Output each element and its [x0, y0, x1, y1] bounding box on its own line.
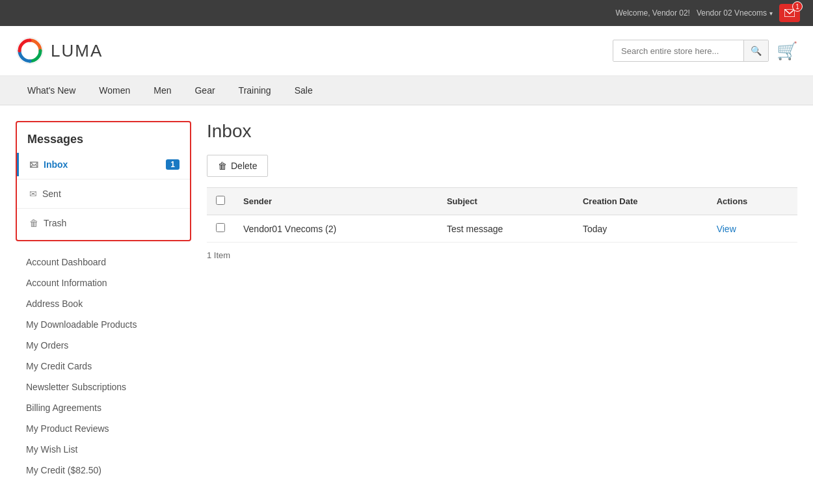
- col-checkbox: [207, 188, 234, 215]
- trash-menu-item[interactable]: 🗑 Trash: [17, 211, 190, 235]
- sidebar-item-credit[interactable]: My Credit ($82.50): [16, 460, 191, 481]
- inbox-menu-item[interactable]: 🖂 Inbox 1: [17, 153, 190, 176]
- header: LUMA 🔍 🛒: [0, 26, 813, 76]
- col-subject: Subject: [438, 188, 574, 215]
- logo-text: LUMA: [51, 41, 103, 61]
- row-checkbox[interactable]: [207, 215, 234, 243]
- sidebar-item-account-dashboard[interactable]: Account Dashboard: [16, 252, 191, 272]
- row-select-checkbox[interactable]: [216, 223, 225, 232]
- main-layout: Messages 🖂 Inbox 1 ✉ Sent 🗑 Trash: [0, 105, 813, 501]
- divider: [17, 179, 190, 179]
- col-sender: Sender: [234, 188, 438, 215]
- message-badge: 1: [792, 1, 803, 12]
- sidebar-item-newsletter[interactable]: Newsletter Subscriptions: [16, 377, 191, 397]
- nav-item-training[interactable]: Training: [227, 76, 283, 105]
- main-nav: What's New Women Men Gear Training Sale: [0, 76, 813, 105]
- search-input[interactable]: [613, 41, 743, 61]
- account-nav: Account Dashboard Account Information Ad…: [16, 246, 191, 486]
- inbox-badge: 1: [166, 159, 180, 170]
- message-icon-button[interactable]: 1: [779, 4, 800, 22]
- sidebar: Messages 🖂 Inbox 1 ✉ Sent 🗑 Trash: [16, 121, 191, 486]
- inbox-label: Inbox: [44, 159, 68, 170]
- content-area: Inbox 🗑 Delete Sender Subject Creation D…: [207, 121, 797, 486]
- nav-item-gear[interactable]: Gear: [183, 76, 226, 105]
- welcome-text: Welcome, Vendor 02!: [615, 8, 690, 18]
- sidebar-item-downloadable-products[interactable]: My Downloadable Products: [16, 314, 191, 335]
- col-actions: Actions: [708, 188, 797, 215]
- inbox-icon: 🖂: [29, 159, 38, 170]
- delete-button[interactable]: 🗑 Delete: [207, 155, 268, 177]
- row-date: Today: [574, 215, 708, 243]
- vendor-menu[interactable]: Vendor 02 Vnecoms ▾: [697, 8, 773, 18]
- trash-label: Trash: [44, 218, 66, 228]
- page-title: Inbox: [207, 121, 797, 142]
- chevron-down-icon: ▾: [769, 10, 773, 17]
- messages-title: Messages: [17, 133, 190, 153]
- view-link[interactable]: View: [717, 224, 736, 234]
- search-bar: 🔍: [613, 40, 769, 62]
- sidebar-item-product-reviews[interactable]: My Product Reviews: [16, 418, 191, 439]
- nav-item-whats-new[interactable]: What's New: [16, 76, 87, 105]
- sidebar-item-my-orders[interactable]: My Orders: [16, 335, 191, 356]
- nav-item-women[interactable]: Women: [87, 76, 142, 105]
- table-row: Vendor01 Vnecoms (2) Test message Today …: [207, 215, 797, 243]
- sent-menu-item[interactable]: ✉ Sent: [17, 182, 190, 206]
- sidebar-item-credit-cards[interactable]: My Credit Cards: [16, 356, 191, 377]
- trash-btn-icon: 🗑: [218, 161, 227, 171]
- row-subject: Test message: [438, 215, 574, 243]
- select-all-checkbox[interactable]: [216, 196, 225, 205]
- item-count: 1 Item: [207, 250, 797, 260]
- messages-box: Messages 🖂 Inbox 1 ✉ Sent 🗑 Trash: [16, 121, 191, 241]
- sidebar-item-billing-agreements[interactable]: Billing Agreements: [16, 397, 191, 418]
- sent-label: Sent: [42, 189, 61, 199]
- top-bar: Welcome, Vendor 02! Vendor 02 Vnecoms ▾ …: [0, 0, 813, 26]
- search-button[interactable]: 🔍: [743, 40, 768, 61]
- divider: [17, 208, 190, 209]
- nav-item-sale[interactable]: Sale: [283, 76, 325, 105]
- header-right: 🔍 🛒: [613, 40, 797, 62]
- vendor-name: Vendor 02 Vnecoms: [697, 8, 767, 18]
- nav-item-men[interactable]: Men: [142, 76, 183, 105]
- row-actions: View: [708, 215, 797, 243]
- sidebar-item-account-information[interactable]: Account Information: [16, 272, 191, 293]
- table-header-row: Sender Subject Creation Date Actions: [207, 188, 797, 215]
- logo[interactable]: LUMA: [16, 36, 103, 65]
- logo-icon: [16, 36, 44, 65]
- col-date: Creation Date: [574, 188, 708, 215]
- sidebar-item-wish-list[interactable]: My Wish List: [16, 439, 191, 460]
- inbox-table: Sender Subject Creation Date Actions Ven…: [207, 187, 797, 243]
- cart-icon[interactable]: 🛒: [777, 41, 797, 61]
- row-sender: Vendor01 Vnecoms (2): [234, 215, 438, 243]
- trash-icon: 🗑: [29, 218, 38, 228]
- sent-icon: ✉: [29, 189, 37, 199]
- delete-btn-label: Delete: [231, 161, 257, 171]
- sidebar-item-address-book[interactable]: Address Book: [16, 293, 191, 314]
